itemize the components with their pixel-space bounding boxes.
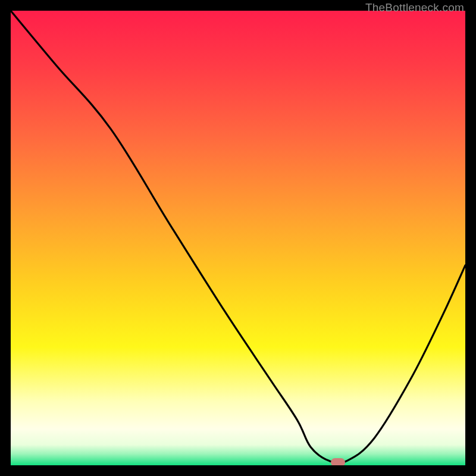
plot-area [11, 11, 465, 465]
curve-layer [11, 11, 465, 465]
chart-container: TheBottleneck.com [0, 0, 476, 476]
bottleneck-curve [11, 11, 465, 464]
optimal-marker [331, 458, 345, 465]
watermark-text: TheBottleneck.com [365, 1, 464, 14]
